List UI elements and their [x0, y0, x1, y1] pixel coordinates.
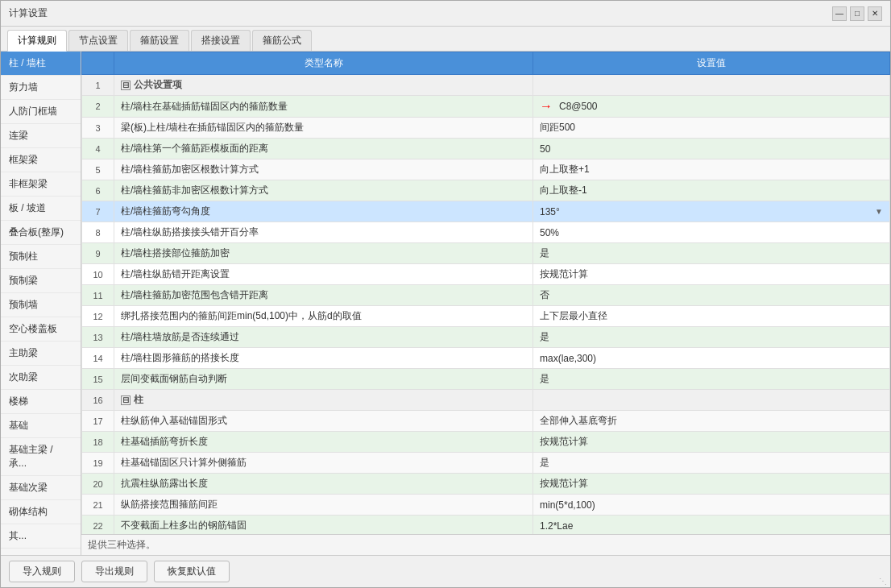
title-bar: 计算设置 — □ ✕ [1, 1, 890, 27]
row-value[interactable]: 按规范计算 [533, 432, 890, 453]
row-value[interactable]: 是 [533, 327, 890, 348]
main-area: 类型名称 设置值 1 ⊟公共设置项 2 [81, 52, 890, 555]
sidebar-item-shear-wall[interactable]: 剪力墙 [1, 76, 81, 100]
content-area: 柱 / 墙柱 剪力墙 人防门框墙 连梁 框架梁 非框架梁 板 / 坡道 叠合板(… [1, 52, 890, 555]
row-name: 柱/墙柱箍筋加密范围包含错开距离 [114, 285, 533, 306]
row-num: 17 [82, 411, 114, 432]
row-value[interactable]: 50 [533, 139, 890, 159]
row-value[interactable]: 是 [533, 453, 890, 474]
table-row: 21 纵筋搭接范围箍筋间距 min(5*d,100) [82, 495, 890, 516]
row-value[interactable]: 向上取整+1 [533, 159, 890, 180]
sidebar-item-secondary-beam[interactable]: 次助梁 [1, 366, 81, 390]
row-num: 9 [82, 243, 114, 264]
row-value[interactable]: 向上取整-1 [533, 180, 890, 201]
sidebar-item-stair[interactable]: 楼梯 [1, 390, 81, 414]
row-num: 21 [82, 495, 114, 516]
row-num: 15 [82, 369, 114, 390]
sidebar-item-hollow-slab[interactable]: 空心楼盖板 [1, 317, 81, 342]
tab-node-settings[interactable]: 节点设置 [68, 30, 128, 51]
table-container[interactable]: 类型名称 设置值 1 ⊟公共设置项 2 [81, 52, 890, 534]
row-name: 梁(板)上柱/墙柱在插筋锚固区内的箍筋数量 [114, 118, 533, 139]
row-value[interactable]: max(lae,300) [533, 348, 890, 369]
sidebar-item-precast-wall[interactable]: 预制墙 [1, 293, 81, 317]
row-value[interactable]: 135° ▼ [533, 201, 890, 222]
col-value-header: 设置值 [533, 52, 890, 75]
row-value[interactable]: 全部伸入基底弯折 [533, 411, 890, 432]
sidebar-item-primary-beam[interactable]: 主助梁 [1, 342, 81, 366]
row-name: 柱/墙柱第一个箍筋距模板面的距离 [114, 139, 533, 159]
row-num: 5 [82, 159, 114, 180]
dropdown-arrow-icon[interactable]: ▼ [875, 207, 883, 216]
table-row: 20 抗震柱纵筋露出长度 按规范计算 [82, 474, 890, 495]
row-num: 7 [82, 201, 114, 222]
sidebar-item-frame-beam[interactable]: 框架梁 [1, 148, 81, 172]
table-row: 11 柱/墙柱箍筋加密范围包含错开距离 否 [82, 285, 890, 306]
row-value[interactable]: 上下层最小直径 [533, 306, 890, 327]
main-window: 计算设置 — □ ✕ 计算规则 节点设置 箍筋设置 搭接设置 箍筋公式 柱 / … [0, 0, 891, 588]
cell-value: C8@500 [559, 101, 598, 112]
row-num: 8 [82, 222, 114, 243]
sidebar-item-precast-column[interactable]: 预制柱 [1, 245, 81, 269]
row-num: 10 [82, 264, 114, 285]
table-row: 15 层间变截面钢筋自动判断 是 [82, 369, 890, 390]
row-name: 柱/墙柱纵筋错开距离设置 [114, 264, 533, 285]
table-row: 14 柱/墙柱圆形箍筋的搭接长度 max(lae,300) [82, 348, 890, 369]
tab-calc-rules[interactable]: 计算规则 [7, 30, 67, 52]
row-num: 20 [82, 474, 114, 495]
sidebar-item-other[interactable]: 其... [1, 524, 81, 549]
sidebar-item-link-beam[interactable]: 连梁 [1, 124, 81, 148]
close-button[interactable]: ✕ [868, 6, 882, 21]
collapse-icon[interactable]: ⊟ [121, 395, 131, 405]
row-value[interactable]: min(5*d,100) [533, 495, 890, 516]
row-value[interactable]: 是 [533, 243, 890, 264]
row-value[interactable]: 1.2*Lae [533, 516, 890, 535]
minimize-button[interactable]: — [832, 6, 847, 21]
row-num: 22 [82, 516, 114, 535]
row-value[interactable]: → C8@500 [533, 96, 890, 118]
row-value[interactable]: 间距500 [533, 118, 890, 139]
table-row: 19 柱基础锚固区只计算外侧箍筋 是 [82, 453, 890, 474]
sidebar-item-masonry[interactable]: 砌体结构 [1, 500, 81, 524]
tab-stirrup-formula[interactable]: 箍筋公式 [252, 30, 312, 51]
sidebar-item-column-wall[interactable]: 柱 / 墙柱 [1, 52, 81, 76]
table-row: 4 柱/墙柱第一个箍筋距模板面的距离 50 [82, 139, 890, 159]
restore-defaults-button[interactable]: 恢复默认值 [154, 561, 230, 582]
row-name: 抗震柱纵筋露出长度 [114, 474, 533, 495]
sidebar-item-civil-wall[interactable]: 人防门框墙 [1, 100, 81, 124]
maximize-button[interactable]: □ [850, 6, 864, 21]
sidebar-item-foundation[interactable]: 基础 [1, 414, 81, 438]
row-value[interactable]: 否 [533, 285, 890, 306]
table-row: 16 ⊟柱 [82, 390, 890, 411]
sidebar-item-composite-slab[interactable]: 叠合板(整厚) [1, 221, 81, 245]
status-bar: 提供三种选择。 [81, 534, 890, 555]
row-name: ⊟柱 [114, 390, 533, 411]
sidebar-item-non-frame-beam[interactable]: 非框架梁 [1, 172, 81, 197]
row-value[interactable]: 50% [533, 222, 890, 243]
settings-table: 类型名称 设置值 1 ⊟公共设置项 2 [81, 52, 890, 534]
table-row: 7 柱/墙柱箍筋弯勾角度 135° ▼ [82, 201, 890, 222]
table-row: 6 柱/墙柱箍筋非加密区根数计算方式 向上取整-1 [82, 180, 890, 201]
row-num: 1 [82, 75, 114, 96]
sidebar-item-foundation-sec-beam[interactable]: 基础次梁 [1, 476, 81, 500]
row-value[interactable]: 按规范计算 [533, 474, 890, 495]
row-name: 柱/墙柱圆形箍筋的搭接长度 [114, 348, 533, 369]
tab-splice-settings[interactable]: 搭接设置 [191, 30, 251, 51]
export-rules-button[interactable]: 导出规则 [81, 561, 147, 582]
tab-stirrup-settings[interactable]: 箍筋设置 [130, 30, 189, 51]
status-text: 提供三种选择。 [88, 539, 155, 550]
row-value[interactable]: 按规范计算 [533, 264, 890, 285]
table-row: 13 柱/墙柱墙放筋是否连续通过 是 [82, 327, 890, 348]
row-name: 柱/墙柱箍筋加密区根数计算方式 [114, 159, 533, 180]
footer-bar: 导入规则 导出规则 恢复默认值 [1, 555, 890, 587]
row-name: 柱基础锚固区只计算外侧箍筋 [114, 453, 533, 474]
collapse-icon[interactable]: ⊟ [121, 81, 131, 90]
import-rules-button[interactable]: 导入规则 [9, 561, 75, 582]
row-num: 2 [82, 96, 114, 118]
table-row: 3 梁(板)上柱/墙柱在插筋锚固区内的箍筋数量 间距500 [82, 118, 890, 139]
sidebar-item-slab-ramp[interactable]: 板 / 坡道 [1, 197, 81, 221]
table-row: 17 柱纵筋伸入基础锚固形式 全部伸入基底弯折 [82, 411, 890, 432]
sidebar-item-foundation-main-beam[interactable]: 基础主梁 / 承... [1, 438, 81, 476]
row-value[interactable]: 是 [533, 369, 890, 390]
sidebar-item-precast-beam[interactable]: 预制梁 [1, 269, 81, 293]
resize-handle[interactable]: ⋱ [879, 577, 887, 586]
